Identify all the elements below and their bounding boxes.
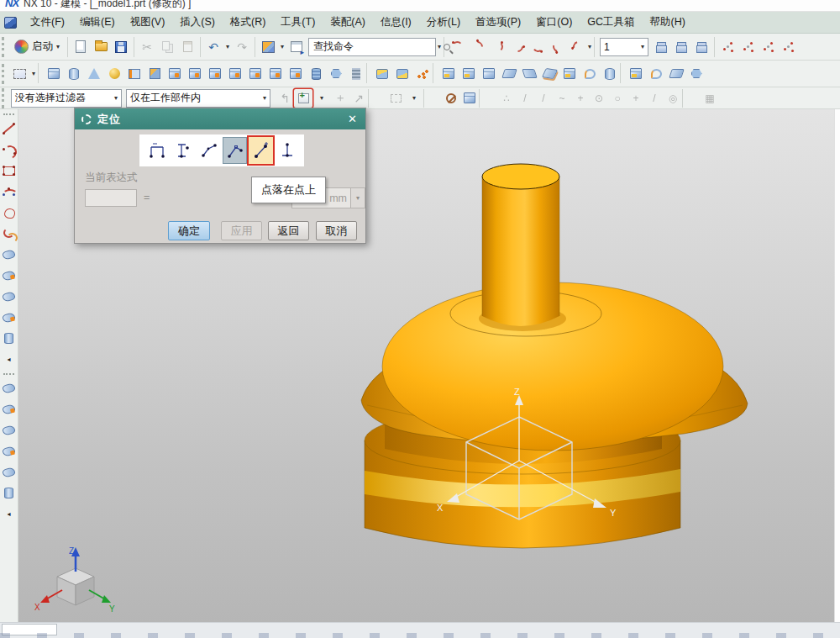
menu-item[interactable]: 视图(V) (123, 14, 173, 29)
nx5-hole-icon[interactable] (165, 63, 185, 85)
select-add-icon[interactable]: ＋ (331, 89, 349, 108)
ok-button[interactable]: 确定 (168, 221, 210, 240)
sketch-icon[interactable] (9, 63, 29, 85)
curve-corner-icon[interactable] (507, 36, 528, 58)
menu-item[interactable]: 插入(S) (172, 14, 223, 29)
separator[interactable] (479, 89, 497, 108)
menu-item[interactable]: 装配(A) (323, 14, 373, 29)
four-point-surface-icon[interactable] (0, 377, 18, 398)
pattern-up-icon[interactable] (372, 63, 392, 85)
snap-mid-point-icon[interactable]: / (534, 89, 553, 108)
toolbar-drag-handle[interactable] (2, 64, 7, 84)
separator[interactable] (620, 63, 626, 83)
snap-quadrant-icon[interactable]: ○ (608, 89, 627, 108)
groove-icon[interactable] (286, 63, 306, 85)
wedge-icon[interactable] (144, 63, 165, 85)
position-vertical-icon[interactable] (171, 137, 195, 164)
menu-item[interactable]: GC工具箱 (580, 14, 642, 29)
thread-icon[interactable] (306, 63, 326, 85)
datum-csys-icon[interactable] (778, 36, 798, 58)
pattern-fan-icon[interactable] (392, 63, 412, 85)
menu-item[interactable]: 编辑(E) (72, 14, 123, 29)
pattern-dots-icon[interactable] (412, 63, 433, 85)
art-spline-icon[interactable] (0, 202, 18, 223)
position-point-on-line-icon[interactable] (275, 137, 299, 164)
cylinder-icon[interactable] (64, 63, 84, 85)
display-dropdown-arrow[interactable]: ▾ (278, 36, 286, 58)
redo-icon[interactable]: ↷ (232, 36, 252, 58)
start-menu-button[interactable]: 启动 ▾ (9, 38, 65, 55)
shell-icon[interactable] (626, 63, 646, 85)
selection-filter-dropdown[interactable]: 没有选择过滤器 ▾ (11, 89, 122, 108)
shaded-display-icon[interactable] (258, 36, 278, 58)
position-point-to-point-icon[interactable] (249, 137, 273, 164)
patch-icon[interactable] (580, 63, 600, 85)
search-more-arrow[interactable]: ▾ (438, 43, 441, 50)
rail-drag-handle[interactable] (0, 110, 18, 118)
pad-icon[interactable] (245, 63, 265, 85)
through-curves-icon[interactable] (0, 265, 18, 286)
bridge-surface-icon[interactable] (0, 461, 18, 482)
sew-icon[interactable] (559, 63, 580, 85)
work-part-icon[interactable] (460, 89, 479, 108)
menu-item[interactable]: 分析(L) (419, 14, 468, 29)
layer-settings-icon[interactable] (651, 36, 671, 58)
more-commands-arrow[interactable]: ◂ (0, 504, 18, 525)
snap-point-on-face-icon[interactable]: ◎ (664, 89, 682, 108)
separator[interactable] (433, 63, 438, 83)
position-perpendicular-icon[interactable] (223, 137, 247, 164)
datum-point-icon[interactable] (717, 36, 738, 58)
sketch-dropdown-arrow[interactable]: ▾ (29, 63, 38, 85)
position-horizontal-icon[interactable] (144, 137, 169, 164)
grid-icon[interactable] (346, 63, 366, 85)
deselect-icon[interactable]: ↗ (349, 89, 368, 108)
layer-visible-in-view-icon[interactable] (671, 36, 691, 58)
slot-icon[interactable] (265, 63, 286, 85)
swept-surface-icon[interactable] (0, 286, 18, 307)
grid-snap-icon[interactable]: ▦ (701, 89, 719, 108)
curve-fillet-icon[interactable] (447, 36, 467, 58)
n-sided-surface-icon[interactable] (0, 307, 18, 328)
undo-dropdown-arrow[interactable]: ▾ (223, 36, 232, 58)
split-body-icon[interactable] (519, 63, 539, 85)
snap-point-cloud-icon[interactable]: ∴ (497, 89, 516, 108)
snap-end-point-icon[interactable]: / (516, 89, 534, 108)
snap-intersection-icon[interactable]: + (627, 89, 645, 108)
part-app-icon[interactable] (4, 17, 17, 29)
unite-icon[interactable] (438, 63, 459, 85)
window-info-icon[interactable] (286, 36, 307, 58)
intersect-icon[interactable] (479, 63, 499, 85)
snap-arc-center-icon[interactable]: ⊙ (590, 89, 608, 108)
hole-icon[interactable] (185, 63, 205, 85)
menu-item[interactable]: 首选项(P) (468, 14, 528, 29)
cut-icon[interactable]: ✂ (137, 36, 157, 58)
toolbar-drag-handle[interactable] (2, 88, 7, 108)
wire-sphere-icon[interactable] (686, 63, 706, 85)
separator[interactable] (423, 89, 442, 108)
work-layer-dropdown[interactable]: 1 ▾ (600, 38, 648, 56)
sphere-icon[interactable] (104, 63, 124, 85)
copy-icon[interactable] (157, 36, 177, 58)
cancel-button[interactable]: 取消 (316, 221, 357, 240)
save-icon[interactable] (111, 36, 131, 58)
tube-icon[interactable] (0, 482, 18, 504)
menu-item[interactable]: 工具(T) (273, 14, 323, 29)
curve-group-more-arrow[interactable]: ▾ (588, 43, 591, 50)
rail-drag-handle[interactable] (0, 370, 18, 377)
close-icon[interactable]: ✕ (346, 113, 359, 125)
subtract-icon[interactable] (459, 63, 479, 85)
layer-category-icon[interactable] (691, 36, 711, 58)
search-input[interactable] (313, 41, 444, 53)
curve-edit-icon[interactable] (568, 36, 588, 58)
new-file-icon[interactable] (71, 36, 91, 58)
menu-item[interactable]: 文件(F) (23, 14, 72, 29)
surface-check-icon[interactable] (326, 63, 346, 85)
offset-face-icon[interactable] (539, 63, 559, 85)
datum-axis-icon[interactable] (758, 36, 778, 58)
select-dropdown-arrow[interactable]: ▾ (405, 89, 423, 108)
snap-pole-icon[interactable]: + (571, 89, 590, 108)
separator[interactable] (682, 89, 701, 108)
highlight-related-icon[interactable]: ↰ (276, 89, 294, 108)
flexible-bend-icon[interactable] (646, 63, 666, 85)
mesh-surface-icon[interactable] (0, 398, 18, 419)
